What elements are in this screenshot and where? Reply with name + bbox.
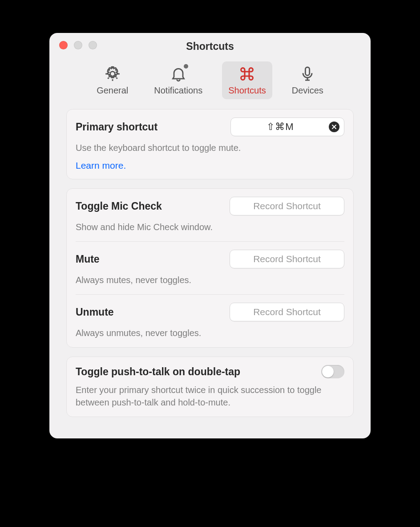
window-title: Shortcuts (49, 41, 371, 53)
window-controls (59, 41, 97, 49)
toggle-mic-check-desc: Show and hide Mic Check window. (76, 221, 344, 233)
push-to-talk-desc: Enter your primary shortcut twice in qui… (76, 384, 325, 409)
svg-rect-1 (306, 67, 310, 75)
preferences-window: Shortcuts General Notifications (49, 33, 371, 438)
primary-shortcut-desc: Use the keyboard shortcut to toggle mute… (76, 142, 344, 154)
gear-icon (104, 65, 121, 83)
tab-label: General (97, 85, 128, 96)
push-to-talk-toggle[interactable] (321, 365, 344, 378)
command-icon (238, 65, 256, 83)
close-window-button[interactable] (59, 41, 68, 49)
push-to-talk-card: Toggle push-to-talk on double-tap Enter … (66, 357, 354, 417)
tab-general[interactable]: General (90, 61, 134, 99)
primary-shortcut-title: Primary shortcut (76, 121, 158, 133)
primary-shortcut-field[interactable]: ⇧⌘M (230, 118, 344, 136)
unmute-title: Unmute (76, 306, 114, 318)
mute-title: Mute (76, 253, 100, 265)
divider (76, 241, 344, 242)
bell-icon (170, 65, 187, 83)
titlebar: Shortcuts (49, 33, 371, 56)
mute-desc: Always mutes, never toggles. (76, 274, 344, 286)
toggle-mic-check-title: Toggle Mic Check (76, 200, 162, 212)
tab-shortcuts[interactable]: Shortcuts (222, 61, 272, 99)
push-to-talk-title: Toggle push-to-talk on double-tap (76, 366, 240, 378)
microphone-icon (299, 65, 316, 83)
clear-shortcut-button[interactable] (329, 122, 339, 132)
toggle-mic-check-record-button[interactable]: Record Shortcut (230, 197, 344, 215)
tab-label: Shortcuts (228, 85, 266, 96)
unmute-desc: Always unmutes, never toggles. (76, 327, 344, 339)
minimize-window-button[interactable] (74, 41, 82, 49)
divider (76, 294, 344, 295)
shortcuts-list-card: Toggle Mic Check Record Shortcut Show an… (66, 188, 354, 348)
toggle-knob (322, 366, 334, 377)
unmute-record-button[interactable]: Record Shortcut (230, 303, 344, 321)
primary-shortcut-card: Primary shortcut ⇧⌘M Use the keyboard sh… (66, 109, 354, 179)
tab-label: Notifications (154, 85, 202, 96)
toolbar-tabs: General Notifications Shortcuts (49, 56, 371, 109)
learn-more-link[interactable]: Learn more. (76, 160, 126, 171)
tab-notifications[interactable]: Notifications (148, 61, 209, 99)
mute-record-button[interactable]: Record Shortcut (230, 250, 344, 268)
x-icon (331, 124, 337, 130)
tab-devices[interactable]: Devices (286, 61, 330, 99)
tab-label: Devices (292, 85, 323, 96)
content: Primary shortcut ⇧⌘M Use the keyboard sh… (49, 109, 371, 417)
primary-shortcut-value: ⇧⌘M (239, 121, 322, 133)
zoom-window-button[interactable] (89, 41, 97, 49)
